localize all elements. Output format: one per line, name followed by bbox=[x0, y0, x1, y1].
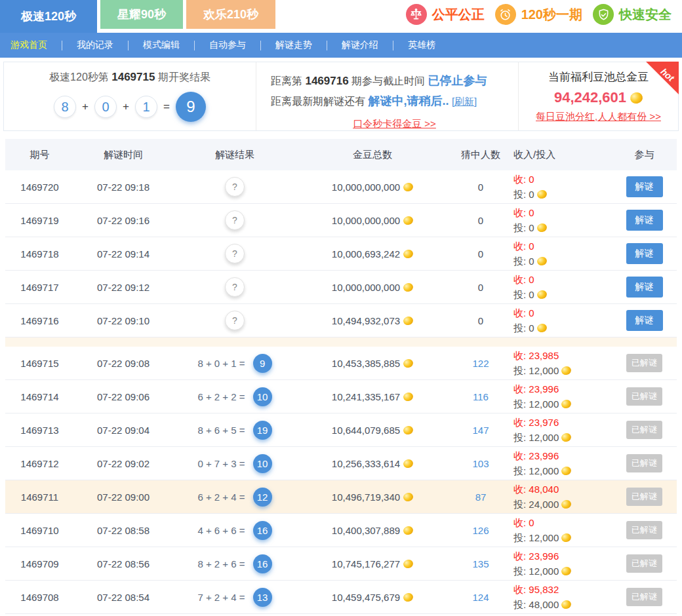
pool-total: 10,400,307,889 bbox=[332, 525, 400, 536]
result-equation: 0 + 7 + 3 = bbox=[197, 458, 245, 469]
dividend-link[interactable]: 每日豆池分红,人人都有份 >> bbox=[536, 111, 661, 123]
participate-button[interactable]: 解谜 bbox=[626, 310, 663, 331]
header-pool: 金豆总数 bbox=[297, 149, 448, 161]
nav-separator bbox=[128, 41, 129, 50]
solving-status: 解谜中,请稍后.. bbox=[368, 94, 449, 107]
table-header: 期号 解谜时间 解谜结果 金豆总数 猜中人数 收入/投入 参与 bbox=[5, 139, 677, 170]
draw-time: 07-22 09:08 bbox=[97, 358, 150, 369]
income-line: 收: 23,996 bbox=[513, 549, 612, 564]
winners-count[interactable]: 87 bbox=[475, 491, 487, 503]
solved-rows-group: 1469715 07-22 09:08 8 + 0 + 1 = 9 10,453… bbox=[5, 347, 677, 614]
draw-time: 07-22 09:06 bbox=[97, 391, 150, 402]
issue-number: 1469719 bbox=[20, 215, 58, 226]
coin-icon bbox=[536, 289, 548, 299]
participate-button[interactable]: 解谜 bbox=[626, 277, 663, 298]
pool-total: 10,745,176,277 bbox=[332, 558, 400, 569]
trust-badges: 公平公正 120秒一期 快速安全 bbox=[406, 4, 672, 25]
invest-line: 投: 48,000 bbox=[513, 597, 612, 612]
participate-button[interactable]: 解谜 bbox=[626, 210, 663, 231]
coin-icon bbox=[403, 458, 414, 469]
income-invest-cell: 收: 23,996 投: 12,000 bbox=[513, 381, 612, 412]
winners-count[interactable]: 126 bbox=[472, 525, 489, 536]
income-invest-cell: 收: 95,832 投: 48,000 bbox=[513, 582, 612, 612]
shield-icon bbox=[593, 4, 614, 25]
pool-total: 10,459,475,679 bbox=[332, 592, 400, 603]
invest-line: 投: 12,000 bbox=[513, 396, 612, 412]
solving-line: 距离最新期解谜还有 解谜中,请稍后.. [刷新] bbox=[271, 91, 518, 111]
tab-star-90s[interactable]: 星耀90秒 bbox=[100, 0, 183, 29]
draw-time: 07-22 09:10 bbox=[97, 315, 150, 326]
coin-icon bbox=[403, 391, 414, 402]
income-line: 收: 0 bbox=[513, 272, 612, 287]
coin-icon bbox=[403, 215, 414, 225]
badge-safety-label: 快速安全 bbox=[619, 6, 672, 24]
income-line: 收: 48,040 bbox=[513, 482, 612, 497]
main-navbar: 游戏首页我的记录模式编辑自动参与解谜走势解谜介绍英雄榜 bbox=[0, 33, 682, 58]
winners-count[interactable]: 122 bbox=[472, 358, 489, 369]
winners-count[interactable]: 124 bbox=[472, 592, 489, 603]
winners-count[interactable]: 147 bbox=[472, 425, 489, 436]
header-winners: 猜中人数 bbox=[448, 149, 513, 161]
draw-time: 07-22 08:56 bbox=[97, 558, 150, 569]
table-row: 1469716 07-22 09:10 ? 10,494,932,073 0 收… bbox=[5, 304, 677, 337]
nav-item-0[interactable]: 游戏首页 bbox=[10, 39, 47, 51]
tab-happy-210s[interactable]: 欢乐210秒 bbox=[186, 0, 275, 29]
result-numbers: 8 + 0 + 1 = 9 bbox=[54, 92, 206, 122]
income-line: 收: 95,832 bbox=[513, 582, 612, 597]
refresh-link[interactable]: [刷新] bbox=[452, 96, 477, 107]
income-line: 收: 0 bbox=[513, 239, 612, 254]
nav-item-5[interactable]: 解谜介绍 bbox=[342, 39, 378, 51]
badge-safety: 快速安全 bbox=[593, 4, 672, 25]
invest-line: 投: 12,000 bbox=[513, 564, 612, 579]
promo-line: 口令秒卡得金豆 >> bbox=[271, 114, 518, 134]
nav-item-4[interactable]: 解谜走势 bbox=[275, 39, 312, 51]
deadline-prefix: 距离第 bbox=[271, 75, 305, 87]
nav-menu: 游戏首页我的记录模式编辑自动参与解谜走势解谜介绍英雄榜 bbox=[0, 33, 682, 58]
result-sum-badge: 10 bbox=[253, 454, 272, 473]
participate-button: 已解谜 bbox=[626, 454, 662, 472]
badge-fairness-label: 公平公正 bbox=[432, 6, 485, 24]
draw-time: 07-22 09:00 bbox=[97, 491, 150, 503]
participate-button: 已解谜 bbox=[626, 521, 662, 539]
badge-period: 120秒一期 bbox=[495, 4, 582, 25]
pool-total: 10,241,335,167 bbox=[332, 391, 400, 402]
coin-icon bbox=[403, 525, 414, 535]
countdown-panel: 距离第 1469716 期参与截止时间 已停止参与 距离最新期解谜还有 解谜中,… bbox=[256, 62, 519, 130]
scale-icon bbox=[406, 4, 427, 25]
participate-button[interactable]: 解谜 bbox=[626, 176, 663, 197]
badge-fairness: 公平公正 bbox=[406, 4, 485, 25]
result-equation: 4 + 6 + 6 = bbox=[197, 525, 245, 536]
pool-total: 10,000,000,000 bbox=[332, 182, 400, 193]
unknown-result-icon: ? bbox=[225, 244, 245, 263]
nav-separator bbox=[327, 41, 327, 50]
page-header: 游戏首页我的记录模式编辑自动参与解谜走势解谜介绍英雄榜 极速120秒 星耀90秒… bbox=[0, 0, 682, 58]
participate-button: 已解谜 bbox=[626, 554, 662, 573]
winners-count[interactable]: 103 bbox=[472, 458, 489, 469]
participate-button: 已解谜 bbox=[626, 421, 662, 439]
coin-icon bbox=[536, 256, 548, 266]
participate-button[interactable]: 解谜 bbox=[626, 243, 663, 264]
nav-item-6[interactable]: 英雄榜 bbox=[408, 39, 435, 51]
invest-line: 投: 0 bbox=[513, 220, 612, 235]
nav-item-3[interactable]: 自动参与 bbox=[209, 39, 246, 51]
tab-speed-120s[interactable]: 极速120秒 bbox=[0, 0, 97, 33]
coin-icon bbox=[561, 432, 572, 442]
nav-item-2[interactable]: 模式编辑 bbox=[143, 39, 180, 51]
unknown-result-icon: ? bbox=[225, 210, 245, 230]
result-equation: 8 + 2 + 6 = bbox=[197, 558, 245, 569]
nav-item-1[interactable]: 我的记录 bbox=[77, 39, 113, 51]
issue-number: 1469720 bbox=[20, 182, 58, 193]
income-line: 收: 23,996 bbox=[513, 381, 612, 396]
coin-icon bbox=[561, 599, 572, 609]
pool-total: 10,494,932,073 bbox=[332, 315, 400, 326]
coin-icon bbox=[403, 425, 414, 435]
result-equation: 6 + 2 + 2 = bbox=[197, 391, 245, 402]
winners-count: 0 bbox=[478, 215, 483, 226]
issue-number: 1469708 bbox=[20, 592, 58, 603]
password-card-link[interactable]: 口令秒卡得金豆 >> bbox=[353, 118, 436, 129]
draws-table: 期号 解谜时间 解谜结果 金豆总数 猜中人数 收入/投入 参与 1469720 … bbox=[5, 139, 677, 614]
winners-count[interactable]: 135 bbox=[472, 558, 489, 569]
winners-count[interactable]: 116 bbox=[473, 391, 489, 402]
table-row: 1469710 07-22 08:58 4 + 6 + 6 = 16 10,40… bbox=[5, 514, 677, 547]
coin-icon bbox=[403, 248, 414, 259]
